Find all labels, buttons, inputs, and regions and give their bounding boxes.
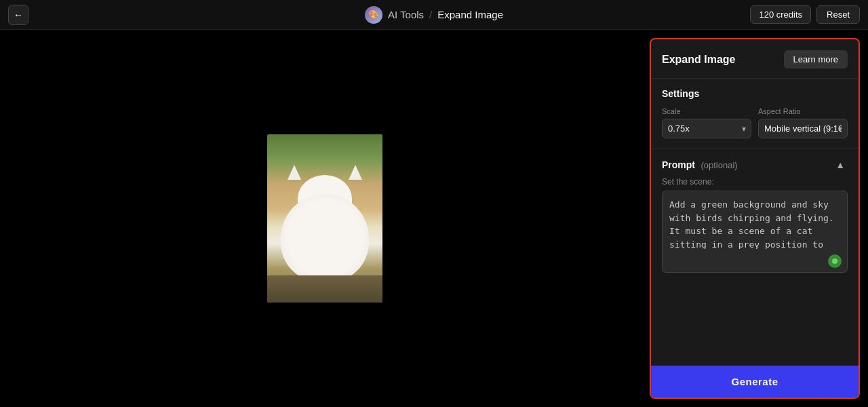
app-logo-icon: 🎨: [365, 6, 382, 24]
main-area: Expand Image Learn more Settings Scale 0…: [0, 30, 868, 407]
topbar-left: ←: [8, 5, 28, 25]
scale-label: Scale: [662, 107, 751, 115]
prompt-textarea[interactable]: Add a green background and sky with bird…: [663, 191, 847, 249]
learn-more-button[interactable]: Learn more: [784, 50, 848, 69]
credits-badge: 120 credits: [750, 5, 811, 24]
settings-title: Settings: [662, 88, 848, 99]
prompt-optional: (optional): [701, 160, 737, 170]
panel-content: Expand Image Learn more Settings Scale 0…: [651, 39, 859, 366]
prompt-textarea-wrapper: Add a green background and sky with bird…: [662, 191, 848, 273]
right-panel: Expand Image Learn more Settings Scale 0…: [650, 38, 860, 399]
scale-select[interactable]: 0.5x 0.75x 1x 1.25x 1.5x 2x: [662, 119, 751, 138]
aspect-ratio-setting: Aspect Ratio Square (1:1) Landscape (16:…: [758, 107, 848, 138]
mic-dot: [832, 258, 837, 264]
app-name: AI Tools: [388, 9, 424, 20]
aspect-ratio-label: Aspect Ratio: [758, 107, 848, 115]
prompt-header: Prompt (optional) ▲: [662, 158, 848, 172]
topbar-center: 🎨 AI Tools / Expand Image: [365, 6, 503, 24]
aspect-ratio-select[interactable]: Square (1:1) Landscape (16:9) Portrait (…: [758, 119, 848, 138]
mic-icon[interactable]: [828, 254, 842, 268]
breadcrumb-separator: /: [429, 9, 432, 20]
prompt-section: Prompt (optional) ▲ Set the scene: Add a…: [651, 149, 859, 282]
aspect-ratio-select-wrapper: Square (1:1) Landscape (16:9) Portrait (…: [758, 119, 848, 138]
page-name: Expand Image: [437, 9, 503, 20]
topbar-right: 120 credits Reset: [750, 5, 860, 24]
cat-ear-left: [288, 165, 301, 180]
topbar: ← 🎨 AI Tools / Expand Image 120 credits …: [0, 0, 868, 30]
panel-title: Expand Image: [662, 54, 735, 66]
textarea-footer: [663, 252, 847, 272]
scale-setting: Scale 0.5x 0.75x 1x 1.25x 1.5x 2x: [662, 107, 751, 138]
back-button[interactable]: ←: [8, 5, 28, 25]
cat-image: [267, 134, 382, 303]
panel-header: Expand Image Learn more: [651, 39, 859, 79]
prompt-title: Prompt: [662, 159, 695, 170]
canvas-area: [0, 30, 650, 407]
scale-select-wrapper: 0.5x 0.75x 1x 1.25x 1.5x 2x: [662, 119, 751, 138]
cat-ear-right: [349, 165, 362, 180]
settings-grid: Scale 0.5x 0.75x 1x 1.25x 1.5x 2x: [662, 107, 848, 138]
generate-button[interactable]: Generate: [651, 366, 859, 398]
reset-button[interactable]: Reset: [816, 5, 860, 24]
settings-section: Settings Scale 0.5x 0.75x 1x 1.25x 1.5x …: [651, 79, 859, 149]
set-scene-label: Set the scene:: [662, 177, 848, 187]
prompt-title-group: Prompt (optional): [662, 159, 738, 171]
ground-grass: [267, 275, 382, 303]
cat-body: [281, 194, 369, 282]
collapse-button[interactable]: ▲: [833, 158, 848, 172]
